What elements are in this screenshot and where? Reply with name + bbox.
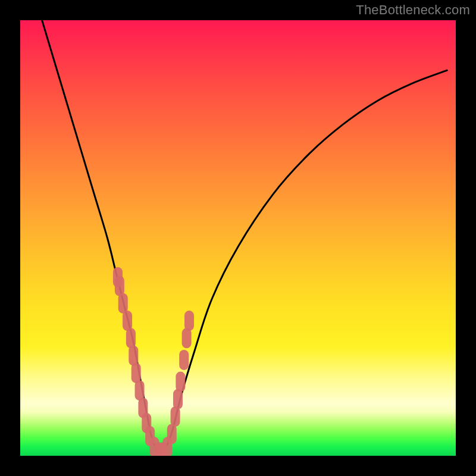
- chart-svg: [20, 20, 456, 456]
- plot-area: [20, 20, 456, 456]
- marker-layer: [118, 272, 189, 456]
- watermark-text: TheBottleneck.com: [356, 2, 470, 18]
- outer-frame: TheBottleneck.com: [0, 0, 476, 476]
- bottleneck-curve: [42, 20, 447, 453]
